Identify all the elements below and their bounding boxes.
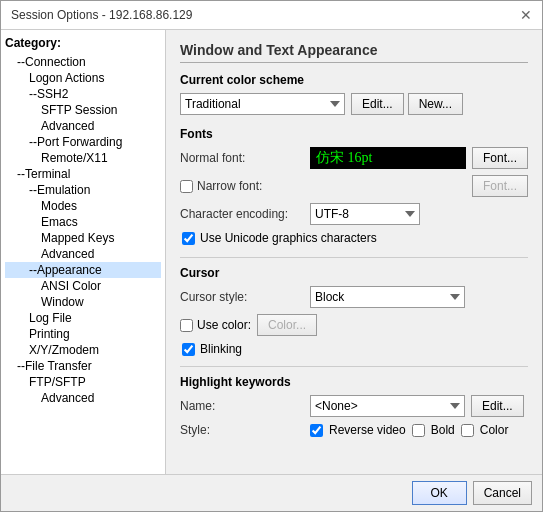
cursor-group: Cursor Cursor style: Block Use color: Co…	[180, 266, 528, 356]
sidebar-item-appearance[interactable]: --Appearance	[5, 262, 161, 278]
sidebar-item-connection[interactable]: --Connection	[5, 54, 161, 70]
highlight-name-dropdown[interactable]: <None>	[310, 395, 465, 417]
use-color-row: Use color: Color...	[180, 314, 528, 336]
sidebar-item-printing[interactable]: Printing	[5, 326, 161, 342]
color-scheme-row: Traditional Edit... New...	[180, 93, 528, 115]
unicode-label: Use Unicode graphics characters	[200, 231, 377, 245]
sidebar-item-advanced[interactable]: Advanced	[5, 118, 161, 134]
highlight-name-row: Name: <None> Edit...	[180, 395, 528, 417]
sidebar-item-log-file[interactable]: Log File	[5, 310, 161, 326]
blinking-row: Blinking	[182, 342, 528, 356]
color-scheme-dropdown[interactable]: Traditional	[180, 93, 345, 115]
main-content: Category: --Connection Logon Actions --S…	[1, 30, 542, 474]
color-checkbox[interactable]	[461, 424, 474, 437]
sidebar-item-port-forwarding[interactable]: --Port Forwarding	[5, 134, 161, 150]
highlight-name-label: Name:	[180, 399, 310, 413]
main-panel: Window and Text Appearance Current color…	[166, 30, 542, 474]
cursor-style-label: Cursor style:	[180, 290, 310, 304]
narrow-font-label: Narrow font:	[197, 179, 472, 193]
sidebar-item-remote-x11[interactable]: Remote/X11	[5, 150, 161, 166]
sidebar-item-sftp-session[interactable]: SFTP Session	[5, 102, 161, 118]
style-options: Reverse video Bold Color	[310, 423, 508, 437]
normal-font-row: Normal font: 仿宋 16pt Font...	[180, 147, 528, 169]
reverse-video-checkbox[interactable]	[310, 424, 323, 437]
encoding-label: Character encoding:	[180, 207, 310, 221]
encoding-row: Character encoding: UTF-8	[180, 203, 528, 225]
unicode-checkbox[interactable]	[182, 232, 195, 245]
bold-checkbox[interactable]	[412, 424, 425, 437]
category-label: Category:	[5, 36, 161, 50]
use-color-label: Use color:	[197, 318, 251, 332]
sidebar-item-mapped-keys[interactable]: Mapped Keys	[5, 230, 161, 246]
narrow-font-checkbox[interactable]	[180, 180, 193, 193]
bold-label: Bold	[431, 423, 455, 437]
color-scheme-group: Current color scheme Traditional Edit...…	[180, 73, 528, 115]
highlight-label: Highlight keywords	[180, 375, 528, 389]
sidebar-item-ssh2[interactable]: --SSH2	[5, 86, 161, 102]
highlight-style-row: Style: Reverse video Bold Color	[180, 423, 528, 437]
narrow-font-button[interactable]: Font...	[472, 175, 528, 197]
sidebar: Category: --Connection Logon Actions --S…	[1, 30, 166, 474]
sidebar-item-advanced-terminal[interactable]: Advanced	[5, 246, 161, 262]
cursor-style-dropdown[interactable]: Block	[310, 286, 465, 308]
new-color-button[interactable]: New...	[408, 93, 463, 115]
ok-button[interactable]: OK	[412, 481, 467, 505]
narrow-font-row: Narrow font: Font...	[180, 175, 528, 197]
sidebar-item-ftp-sftp[interactable]: FTP/SFTP	[5, 374, 161, 390]
use-color-checkbox[interactable]	[180, 319, 193, 332]
section-title: Window and Text Appearance	[180, 42, 528, 63]
cancel-button[interactable]: Cancel	[473, 481, 532, 505]
sidebar-item-advanced-ft[interactable]: Advanced	[5, 390, 161, 406]
titlebar: Session Options - 192.168.86.129 ✕	[1, 1, 542, 30]
sidebar-item-emacs[interactable]: Emacs	[5, 214, 161, 230]
color-label: Color	[480, 423, 509, 437]
reverse-video-label: Reverse video	[329, 423, 406, 437]
unicode-row: Use Unicode graphics characters	[182, 231, 528, 245]
color-scheme-label: Current color scheme	[180, 73, 528, 87]
encoding-dropdown[interactable]: UTF-8	[310, 203, 420, 225]
sidebar-item-window[interactable]: Window	[5, 294, 161, 310]
sidebar-item-emulation[interactable]: --Emulation	[5, 182, 161, 198]
edit-color-button[interactable]: Edit...	[351, 93, 404, 115]
blinking-checkbox[interactable]	[182, 343, 195, 356]
highlight-style-label: Style:	[180, 423, 310, 437]
normal-font-label: Normal font:	[180, 151, 310, 165]
sidebar-item-modes[interactable]: Modes	[5, 198, 161, 214]
window-title: Session Options - 192.168.86.129	[11, 8, 192, 22]
blinking-label: Blinking	[200, 342, 242, 356]
sidebar-item-xy-zmodem[interactable]: X/Y/Zmodem	[5, 342, 161, 358]
normal-font-button[interactable]: Font...	[472, 147, 528, 169]
close-button[interactable]: ✕	[520, 7, 532, 23]
fonts-group: Fonts Normal font: 仿宋 16pt Font... Narro…	[180, 127, 528, 245]
cursor-style-row: Cursor style: Block	[180, 286, 528, 308]
highlight-edit-button[interactable]: Edit...	[471, 395, 524, 417]
sidebar-item-ansi-color[interactable]: ANSI Color	[5, 278, 161, 294]
sidebar-item-terminal[interactable]: --Terminal	[5, 166, 161, 182]
color-button[interactable]: Color...	[257, 314, 317, 336]
sidebar-item-file-transfer[interactable]: --File Transfer	[5, 358, 161, 374]
footer: OK Cancel	[1, 474, 542, 511]
font-preview: 仿宋 16pt	[310, 147, 466, 169]
highlight-group: Highlight keywords Name: <None> Edit... …	[180, 375, 528, 437]
session-options-window: Session Options - 192.168.86.129 ✕ Categ…	[0, 0, 543, 512]
sidebar-item-logon-actions[interactable]: Logon Actions	[5, 70, 161, 86]
cursor-label: Cursor	[180, 266, 528, 280]
fonts-label: Fonts	[180, 127, 528, 141]
